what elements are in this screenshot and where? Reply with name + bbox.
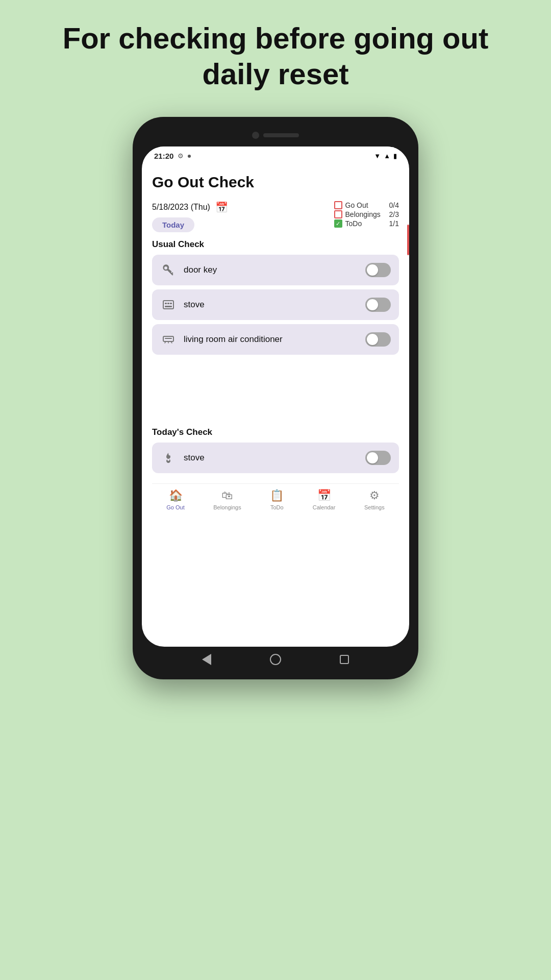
bottom-nav: 🏠 Go Out 🛍 Belongings 📋 ToDo 📅 Calendar — [152, 483, 399, 519]
app-content: Go Out Check 5/18/2023 (Thu) 📅 Today Go … — [142, 163, 409, 647]
status-bar: 21:20 ⚙ ▼ ▲ ▮ — [142, 146, 409, 163]
nav-item-calendar[interactable]: 📅 Calendar — [313, 489, 336, 510]
phone-camera — [252, 132, 259, 139]
date-text-row: 5/18/2023 (Thu) 📅 — [152, 201, 228, 213]
phone-screen: 21:20 ⚙ ▼ ▲ ▮ Go Out Check 5/18/2023 (Th… — [142, 146, 409, 647]
status-time: 21:20 — [154, 152, 173, 160]
goout-label: Go Out — [345, 201, 386, 209]
stove-usual-label: stove — [184, 300, 365, 310]
nav-item-goout[interactable]: 🏠 Go Out — [166, 489, 184, 510]
phone-frame: 21:20 ⚙ ▼ ▲ ▮ Go Out Check 5/18/2023 (Th… — [133, 117, 418, 679]
phone-home-area — [142, 647, 409, 670]
today-button[interactable]: Today — [152, 217, 194, 232]
stat-row-goout: Go Out 0/4 — [334, 201, 399, 209]
date-row: 5/18/2023 (Thu) 📅 Today Go Out 0/4 — [152, 201, 399, 232]
svg-rect-0 — [163, 301, 173, 309]
recents-button[interactable] — [339, 654, 350, 665]
check-item-stove-today: stove — [152, 443, 399, 473]
goout-nav-icon: 🏠 — [169, 489, 183, 502]
stat-row-belongings: Belongings 2/3 — [334, 210, 399, 218]
todo-checkbox: ✓ — [334, 219, 342, 228]
ac-toggle[interactable] — [365, 332, 391, 347]
signal-icon: ▲ — [384, 152, 390, 160]
stove-today-label: stove — [184, 453, 365, 463]
date-left: 5/18/2023 (Thu) 📅 Today — [152, 201, 228, 232]
stats-column: Go Out 0/4 Belongings 2/3 ✓ ToDo 1/1 — [334, 201, 399, 228]
phone-notch — [142, 126, 409, 144]
belongings-nav-icon: 🛍 — [221, 489, 233, 502]
key-icon — [160, 262, 177, 278]
stove-today-toggle[interactable] — [365, 451, 391, 465]
svg-rect-2 — [167, 303, 169, 304]
ac-label: living room air conditioner — [184, 334, 365, 345]
doorkey-label: door key — [184, 265, 365, 275]
todo-count: 1/1 — [389, 219, 399, 228]
belongings-count: 2/3 — [389, 210, 399, 218]
svg-rect-6 — [165, 338, 172, 339]
fire-icon — [160, 450, 177, 466]
todo-nav-label: ToDo — [270, 504, 284, 510]
wifi-icon: ▼ — [374, 152, 381, 160]
date-text: 5/18/2023 (Thu) — [152, 203, 210, 212]
ac-icon — [160, 331, 177, 348]
home-button[interactable] — [270, 654, 281, 665]
calendar-nav-label: Calendar — [313, 504, 336, 510]
page-title: For checking before going out daily rese… — [32, 20, 519, 91]
stove-usual-toggle[interactable] — [365, 298, 391, 312]
spacer — [152, 359, 399, 420]
battery-icon: ▮ — [393, 152, 397, 160]
status-right: ▼ ▲ ▮ — [374, 152, 397, 160]
scroll-indicator — [407, 225, 409, 255]
status-left: 21:20 ⚙ — [154, 152, 191, 160]
nav-item-settings[interactable]: ⚙ Settings — [364, 489, 385, 510]
goout-nav-label: Go Out — [166, 504, 184, 510]
todo-label: ToDo — [345, 219, 386, 228]
back-button[interactable] — [201, 654, 212, 665]
svg-rect-3 — [170, 303, 172, 304]
nav-item-todo[interactable]: 📋 ToDo — [270, 489, 284, 510]
status-dot — [188, 155, 191, 158]
nav-item-belongings[interactable]: 🛍 Belongings — [213, 489, 241, 510]
check-item-doorkey: door key — [152, 255, 399, 285]
svg-rect-4 — [165, 306, 172, 307]
belongings-checkbox — [334, 210, 342, 218]
goout-count: 0/4 — [389, 201, 399, 209]
goout-checkbox — [334, 201, 342, 209]
calendar-nav-icon: 📅 — [317, 489, 331, 502]
check-item-ac: living room air conditioner — [152, 324, 399, 355]
belongings-label: Belongings — [345, 210, 386, 218]
stove-icon — [160, 297, 177, 313]
phone-speaker — [263, 133, 299, 137]
stat-row-todo: ✓ ToDo 1/1 — [334, 219, 399, 228]
settings-nav-label: Settings — [364, 504, 385, 510]
todays-check-header: Today's Check — [152, 427, 399, 437]
calendar-icon[interactable]: 📅 — [215, 201, 228, 213]
svg-rect-1 — [165, 303, 167, 304]
usual-check-header: Usual Check — [152, 239, 399, 250]
settings-status-icon: ⚙ — [178, 152, 184, 160]
check-item-stove-usual: stove — [152, 289, 399, 320]
doorkey-toggle[interactable] — [365, 263, 391, 277]
todo-nav-icon: 📋 — [270, 489, 284, 502]
settings-nav-icon: ⚙ — [369, 489, 380, 502]
belongings-nav-label: Belongings — [213, 504, 241, 510]
app-title: Go Out Check — [152, 174, 399, 191]
